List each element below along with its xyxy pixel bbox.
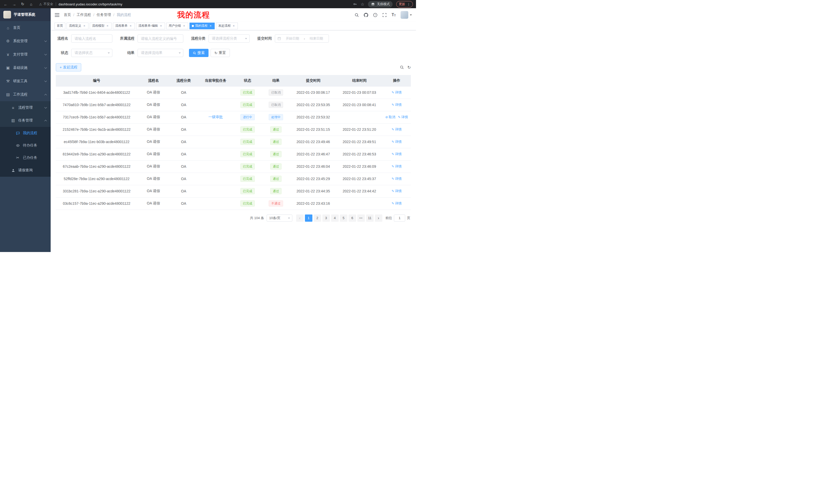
fullscreen-icon[interactable] xyxy=(382,13,387,17)
cancel-link[interactable]: ⊘取消 xyxy=(385,115,395,119)
breadcrumb-task-mgmt[interactable]: 任务管理 xyxy=(97,12,111,17)
close-icon[interactable]: × xyxy=(209,24,212,28)
chevron-up-icon xyxy=(45,120,47,122)
breadcrumb-workflow[interactable]: 工作流程 xyxy=(77,12,91,17)
back-icon[interactable]: ← xyxy=(3,2,8,6)
security-label: 不安全 xyxy=(44,2,53,6)
close-icon[interactable]: × xyxy=(182,24,186,28)
user-menu[interactable] xyxy=(400,11,412,19)
edit-icon: ✎ xyxy=(398,115,400,119)
filter-process-name: 流程名 xyxy=(56,34,112,43)
goto-label: 前往 xyxy=(385,216,392,220)
browser-home-icon[interactable]: ⌂ xyxy=(29,2,34,6)
process-definition-input[interactable] xyxy=(137,34,183,43)
filter-row-2: 状态 请选择状态 结果 请选择流结果 搜索 xyxy=(56,49,411,57)
toggle-search-icon[interactable] xyxy=(400,65,404,69)
detail-link[interactable]: ✎详情 xyxy=(392,176,401,181)
close-icon[interactable]: × xyxy=(159,24,163,28)
app-logo[interactable]: 芋道管理系统 xyxy=(0,8,51,21)
cell-process-id: 7317cec6-7b9b-11ec-b5b7-acde48001122 xyxy=(56,111,137,123)
current-task-link[interactable]: 一级审批 xyxy=(208,115,223,119)
detail-link[interactable]: ✎详情 xyxy=(392,127,401,132)
sidebar-item-task-mgmt[interactable]: ▥ 任务管理 xyxy=(0,114,51,127)
help-icon[interactable]: ? xyxy=(373,13,378,17)
font-size-icon[interactable]: TT xyxy=(392,13,396,17)
table-row: 52ffd28e-7b9a-11ec-a290-acde48001122 OA … xyxy=(56,173,411,185)
sidebar-item-system[interactable]: ⚙ 系统管理 xyxy=(0,34,51,48)
page-button-5[interactable]: 5 xyxy=(340,215,347,222)
process-name-input[interactable] xyxy=(71,34,112,43)
sidebar-item-home[interactable]: ⌂ 首页 xyxy=(0,21,51,34)
process-category-select[interactable]: 请选择流程分类 xyxy=(209,34,250,43)
page-button-4[interactable]: 4 xyxy=(331,215,339,222)
page-button-11[interactable]: 11 xyxy=(366,215,373,222)
tab-process-form[interactable]: 流程表单 × xyxy=(113,23,135,29)
detail-link[interactable]: ✎详情 xyxy=(392,139,401,144)
page-button-3[interactable]: 3 xyxy=(322,215,330,222)
tab-user-group[interactable]: 用户分组 × xyxy=(166,23,188,29)
tab-process-definition[interactable]: 流程定义 × xyxy=(67,23,88,29)
detail-link[interactable]: ✎详情 xyxy=(392,90,401,95)
table-row: 2152467e-7b9b-11ec-9a1b-acde48001122 OA … xyxy=(56,123,411,136)
status-select[interactable]: 请选择状态 xyxy=(71,49,112,57)
tab-process-model[interactable]: 流程模型 × xyxy=(90,23,111,29)
sidebar-item-done-tasks[interactable]: ✂ 已办任务 xyxy=(0,151,51,164)
sidebar-item-process-mgmt[interactable]: ≡ 流程管理 xyxy=(0,101,51,114)
next-page-button[interactable]: › xyxy=(375,215,382,222)
sidebar-item-label: 基础设施 xyxy=(13,65,42,70)
github-icon[interactable] xyxy=(364,13,368,17)
tab-my-process[interactable]: 我的流程 × xyxy=(189,23,215,29)
goto-page-input[interactable] xyxy=(394,215,405,222)
table-row: 3ad174fb-7b9d-11ec-8404-acde48001122 OA … xyxy=(56,86,411,99)
table-row: 331bc281-7b9a-11ec-a290-acde48001122 OA … xyxy=(56,185,411,197)
result-select[interactable]: 请选择流结果 xyxy=(137,49,183,57)
browser-update-button[interactable]: 更新 ⋮ xyxy=(396,1,413,7)
tab-process-form-edit[interactable]: 流程表单-编辑 × xyxy=(136,23,165,29)
close-icon[interactable]: × xyxy=(82,24,86,28)
address-bar[interactable]: ⚠ 不安全 dashboard.yudao.iocoder.cn/bpm/tas… xyxy=(39,2,350,6)
monitor-icon: ▣ xyxy=(5,65,10,70)
detail-link[interactable]: ✎详情 xyxy=(392,201,401,206)
page-ellipsis-button[interactable]: ••• xyxy=(357,215,365,222)
search-button[interactable]: 搜索 xyxy=(189,49,209,57)
cell-result: 已取消 xyxy=(262,86,290,99)
cell-process-id: 331bc281-7b9a-11ec-a290-acde48001122 xyxy=(56,185,137,197)
breadcrumb-home[interactable]: 首页 xyxy=(64,12,71,17)
tab-home[interactable]: 首页 xyxy=(54,23,65,29)
sidebar-item-workflow[interactable]: ▤ 工作流程 xyxy=(0,88,51,101)
key-icon[interactable] xyxy=(353,2,357,6)
bookmark-star-icon[interactable]: ☆ xyxy=(361,2,364,7)
page-size-select[interactable]: 10条/页 xyxy=(267,215,292,222)
cell-current-task xyxy=(198,160,233,173)
refresh-table-icon[interactable]: ↻ xyxy=(408,65,411,70)
close-icon[interactable]: × xyxy=(106,24,109,28)
reload-icon[interactable]: ↻ xyxy=(20,2,25,6)
date-range-picker[interactable]: 开始日期 - 结束日期 xyxy=(275,34,329,43)
sidebar-item-infrastructure[interactable]: ▣ 基础设施 xyxy=(0,61,51,75)
page-button-2[interactable]: 2 xyxy=(314,215,321,222)
detail-link[interactable]: ✎详情 xyxy=(392,103,401,107)
close-icon[interactable]: × xyxy=(232,24,235,28)
tab-start-process[interactable]: 发起流程 × xyxy=(216,23,238,29)
sidebar-item-my-process[interactable]: 我的流程 xyxy=(0,127,51,139)
status-badge: 进行中 xyxy=(240,114,255,120)
chat-icon xyxy=(15,131,20,135)
prev-page-button[interactable]: ‹ xyxy=(296,215,304,222)
start-process-button[interactable]: + 发起流程 xyxy=(56,63,81,72)
security-chip[interactable]: ⚠ 不安全 xyxy=(39,2,53,6)
close-icon[interactable]: × xyxy=(129,24,132,28)
page-button-1[interactable]: 1 xyxy=(305,215,312,222)
sidebar-item-todo-tasks[interactable]: 待办任务 xyxy=(0,139,51,151)
sidebar-item-payment[interactable]: ¥ 支付管理 xyxy=(0,48,51,61)
forward-icon[interactable]: → xyxy=(11,2,17,6)
sidebar-item-devtools[interactable]: ⚒ 研发工具 xyxy=(0,75,51,88)
sidebar-toggle-icon[interactable] xyxy=(55,13,59,17)
detail-link[interactable]: ✎详情 xyxy=(392,164,401,169)
detail-link[interactable]: ✎详情 xyxy=(392,189,401,193)
detail-link[interactable]: ✎详情 xyxy=(398,115,408,119)
sidebar-item-leave-query[interactable]: 请假查询 xyxy=(0,164,51,177)
search-icon[interactable] xyxy=(355,13,359,17)
detail-link[interactable]: ✎详情 xyxy=(392,152,401,157)
reset-button[interactable]: ↻ 重置 xyxy=(211,49,230,57)
page-button-6[interactable]: 6 xyxy=(349,215,356,222)
